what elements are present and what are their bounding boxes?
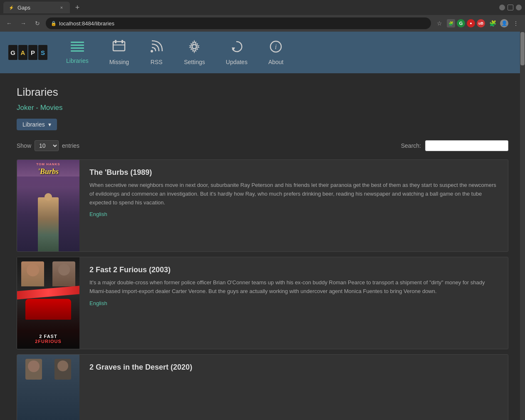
show-entries: Show 10 25 50 100 entries (17, 140, 79, 151)
search-area: Search: (401, 140, 508, 151)
page-scrollbar-thumb[interactable] (520, 32, 525, 65)
svg-point-8 (151, 50, 153, 52)
close-window-button[interactable] (516, 5, 522, 10)
poster-burbs: TOM HANKS 'Burbs (17, 160, 79, 251)
svg-rect-5 (115, 40, 116, 43)
poster-2fast: 2 FAST 2FURIOUS (17, 257, 79, 349)
about-icon: i (269, 40, 282, 55)
movie-info: 2 Fast 2 Furious (2003) It's a major dou… (79, 257, 508, 349)
logo-letter-p: P (28, 45, 37, 60)
libraries-dropdown-button[interactable]: Libraries ▾ (17, 119, 57, 130)
ext-icon-red[interactable]: ● (467, 19, 475, 27)
svg-rect-2 (71, 47, 84, 49)
entries-label: entries (62, 142, 79, 149)
app-wrapper: G A P S Libraries (0, 32, 525, 420)
missing-label: Missing (109, 59, 129, 65)
movie-info: 2 Graves in the Desert (2020) (79, 355, 508, 420)
entries-select[interactable]: 10 25 50 100 (35, 140, 59, 151)
browser-toolbar: ← → ↻ 🔒 localhost:8484/libraries ☆ 🧩 G ●… (0, 15, 525, 32)
new-tab-button[interactable]: + (72, 2, 83, 13)
address-lock-icon: 🔒 (51, 21, 57, 26)
ext-icon-g[interactable]: G (457, 19, 465, 27)
movie-overview: It's a major double-cross when former po… (89, 278, 498, 296)
address-bar[interactable]: 🔒 localhost:8484/libraries (46, 17, 431, 29)
browser-titlebar: ⚡ Gaps × + (0, 0, 525, 15)
logo-letter-s: S (38, 45, 47, 60)
browser-chrome: ⚡ Gaps × + ← → ↻ 🔒 localhost:8484/librar… (0, 0, 525, 32)
libraries-dropdown-label: Libraries (22, 121, 45, 128)
search-label: Search: (401, 142, 421, 149)
menu-button[interactable]: ⋮ (510, 17, 522, 29)
nav-items: Libraries Missing (56, 32, 294, 73)
updates-label: Updates (226, 59, 248, 65)
libraries-icon (71, 41, 84, 54)
search-input[interactable] (425, 140, 508, 151)
maximize-button[interactable] (508, 5, 513, 10)
settings-label: Settings (184, 59, 205, 65)
ext-icon-1[interactable]: 🧩 (447, 19, 455, 27)
svg-rect-3 (71, 50, 84, 52)
movie-poster: TOM HANKS 'Burbs (17, 160, 79, 251)
movie-overview: When secretive new neighbors move in nex… (89, 181, 498, 207)
extensions-button[interactable]: 🧩 (487, 17, 498, 29)
svg-rect-0 (71, 42, 84, 43)
settings-icon (188, 40, 201, 55)
table-row: 2 FAST 2FURIOUS 2 Fast 2 Furious (2003) … (17, 257, 508, 349)
svg-text:i: i (275, 43, 277, 50)
nav-item-missing[interactable]: Missing (99, 32, 139, 73)
logo-letter-g: G (8, 45, 17, 60)
minimize-button[interactable] (499, 5, 505, 10)
movie-info: The 'Burbs (1989) When secretive new nei… (79, 160, 508, 251)
tab-title: Gaps (17, 5, 30, 11)
table-controls: Show 10 25 50 100 entries Search: (17, 140, 508, 151)
browser-tab[interactable]: ⚡ Gaps × (3, 2, 70, 13)
logo-letter-a: A (18, 45, 27, 60)
movie-language: English (89, 300, 498, 306)
nav-item-settings[interactable]: Settings (173, 32, 215, 73)
reload-button[interactable]: ↻ (32, 17, 43, 29)
library-name: Joker - Movies (17, 104, 508, 112)
table-row: TOM HANKS 'Burbs The 'Burbs (198 (17, 159, 508, 252)
movie-poster: 2 FAST 2FURIOUS (17, 257, 79, 349)
about-label: About (268, 59, 284, 65)
back-button[interactable]: ← (3, 17, 15, 29)
movie-language: English (89, 211, 498, 217)
address-text: localhost:8484/libraries (59, 20, 114, 27)
poster-2graves (17, 355, 79, 420)
table-row: 2 Graves in the Desert (2020) (17, 354, 508, 420)
bookmark-button[interactable]: ☆ (433, 17, 445, 29)
svg-point-9 (192, 45, 196, 49)
tab-close-button[interactable]: × (58, 4, 65, 11)
libraries-label: Libraries (66, 57, 89, 64)
movie-poster (17, 355, 79, 420)
svg-rect-1 (71, 45, 84, 46)
ext-icon-u[interactable]: uB (477, 19, 485, 27)
app-logo: G A P S (8, 45, 47, 60)
movie-title: 2 Graves in the Desert (2020) (89, 363, 498, 372)
browser-actions: ☆ 🧩 G ● uB 🧩 👤 ⋮ (433, 17, 522, 29)
nav-item-rss[interactable]: RSS (139, 32, 173, 73)
page-title: Libraries (17, 86, 508, 99)
profile-avatar[interactable]: 👤 (500, 19, 508, 27)
updates-icon (230, 40, 243, 55)
movie-title: The 'Burbs (1989) (89, 168, 498, 177)
missing-icon (112, 40, 126, 55)
nav-item-updates[interactable]: Updates (215, 32, 258, 73)
dropdown-chevron-icon: ▾ (48, 121, 51, 128)
nav-item-about[interactable]: i About (258, 32, 294, 73)
page-scrollbar[interactable] (520, 32, 525, 420)
svg-rect-6 (121, 40, 123, 43)
show-label: Show (17, 142, 31, 149)
forward-button[interactable]: → (17, 17, 29, 29)
rss-icon (150, 40, 163, 55)
movie-title: 2 Fast 2 Furious (2003) (89, 266, 498, 274)
app-nav: G A P S Libraries (0, 32, 525, 73)
movie-list: TOM HANKS 'Burbs The 'Burbs (198 (17, 159, 508, 420)
nav-item-libraries[interactable]: Libraries (56, 32, 99, 73)
page-content: Libraries Joker - Movies Libraries ▾ Sho… (0, 73, 525, 420)
tab-favicon-icon: ⚡ (8, 5, 14, 10)
rss-label: RSS (151, 59, 163, 65)
